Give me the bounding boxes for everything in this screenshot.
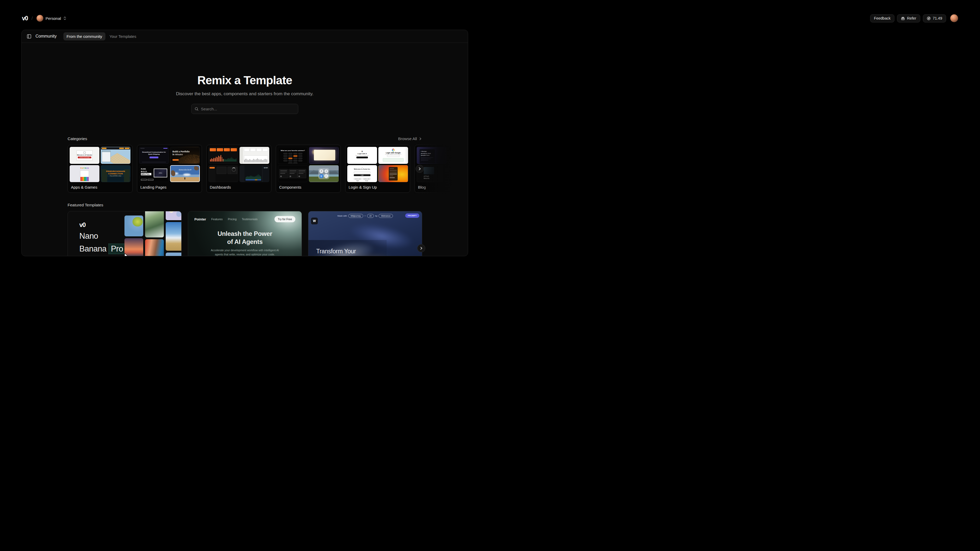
category-card-login-signup[interactable]: X Login with X Sign in to your v0 applic… [345,145,410,193]
hero-subtitle: Discover the best apps, components and s… [22,91,468,97]
chevron-right-icon [420,247,423,250]
categories-carousel: Welcome to v0 Calendar Continue with Goo… [22,145,468,193]
midjourney-pill: Midjourney [348,214,363,218]
pointer-heading: Unleash the Powerof AI Agents [188,229,302,246]
category-card-landing-pages[interactable]: Streamlined Communication for Quick Ship… [137,145,202,193]
thumb-login-x: X Login with X Sign in to your v0 applic… [347,147,377,164]
pointer-try-free-button: Try for Free [274,216,295,222]
thumb-glow-card [309,147,339,164]
featured-card-webrance[interactable]: Made with Midjourney + v0 by Webrance W … [308,211,422,256]
thumb-calendar-app: Welcome to v0 Calendar Continue with Goo… [70,147,99,164]
thumb-synecdoche-landing: Synecdoche® [170,165,200,182]
pro-highlight: Pro [108,244,126,254]
community-tabs: From the community Your Templates [64,32,139,40]
thumb-brutalist-landing: RAW. BOLD. BRUTAL. [IMG] [139,165,169,182]
chevron-updown-icon [64,16,66,20]
sidebar-toggle-icon[interactable] [27,34,31,38]
photo-pills [166,211,181,220]
photo-sky-mountain [166,222,181,251]
hero-section: Remix a Template Discover the best apps,… [22,43,468,114]
photo-people [145,239,164,256]
thumb-blog-portfolio: I design products that people love [417,147,446,164]
category-card-apps-games[interactable]: Welcome to v0 Calendar Continue with Goo… [68,145,132,193]
pointer-nav-testimonials: Testimonials [242,218,258,221]
breadcrumb-separator: / [32,16,33,21]
webrance-pill: Webrance [379,214,393,218]
v0-logo[interactable]: v0 [22,15,28,22]
community-bar: Community From the community Your Templa… [22,30,468,43]
thumb-dashboard-panels [208,165,238,182]
pointer-subtitle: Accelerate your development workflow wit… [188,248,302,256]
photo-golden-field [166,253,181,256]
category-label: Apps & Games [71,185,129,190]
thumb-testimonials [278,165,308,182]
browse-all-link[interactable]: Browse All [398,137,422,141]
category-label: Components [279,185,337,190]
thumb-pixel-sim-game [101,147,130,164]
search-box[interactable] [191,104,298,114]
workspace-name: Personal [46,16,61,21]
category-card-dashboards[interactable]: 12:04 Dashboards [206,145,271,193]
cursor-arrow-icon [124,253,129,256]
thumb-tetris-game: TETRIS [70,165,99,182]
community-panel: Community From the community Your Templa… [21,30,468,256]
thumb-dashboard-orange [208,147,238,164]
categories-next-button[interactable] [416,165,424,173]
categories-label: Categories [68,137,87,141]
pointer-brand: Pointer [194,217,206,221]
v0-pill: v0 [367,214,374,218]
featured-header: Featured Templates [68,203,422,207]
category-card-components[interactable]: What are your favorite cuisines? [276,145,341,193]
browse-all-label: Browse All [398,137,417,141]
thumb-blog-dark2 [448,165,468,182]
pointer-nav-features: Features [212,218,223,221]
featured-card-nano-banana-pro[interactable]: v0 Nano BananaPro P L A Y G R O U N D [68,211,181,256]
page-title: Community [35,34,57,38]
webrance-made-with: Made with Midjourney + v0 by Webrance [309,214,422,218]
hero-title: Remix a Template [22,73,468,87]
airplane-icon: ✈ [319,169,323,174]
photo-grid [124,211,181,256]
chevron-right-icon [418,167,422,170]
chevron-right-icon [419,137,422,140]
photo-leaves [124,215,143,236]
workspace-avatar [37,15,43,22]
thumb-login-google: Login with Google Use your Google accoun… [378,147,408,164]
thumb-dashboard-light [240,147,269,164]
search-input[interactable] [201,107,295,111]
categories-header: Categories Browse All [68,137,422,141]
featured-card-pointer[interactable]: Pointer Features Pricing Testimonials Tr… [188,211,302,256]
search-icon [195,107,199,111]
category-label: Dashboards [210,185,268,190]
bluetooth-icon: ᛒ [324,169,328,174]
thumb-control-center: ✈ ᛒ ☾ [309,165,339,182]
tab-from-the-community[interactable]: From the community [64,32,105,40]
wifi-icon [319,174,323,178]
category-label: Login & Sign Up [348,185,407,190]
thumb-friedrichshain-game: FRIEDRICHSHAIN CONNECTION Press ENTER to… [101,165,130,182]
prompt-button: PROMPT [405,213,419,218]
thumb-blog-dark [448,147,468,164]
thumb-dashboard-green: 12:04 [240,165,269,182]
webrance-hero-copy: Transform YourVision Into Reality Use GS… [309,240,387,256]
app-header: v0 / Personal Feedback [22,13,490,24]
thumb-login-acme: ○ Welcome to Acme Inc. Login Continue wi… [347,165,377,182]
thumb-portfolio-landing: Build a Portfolio in Minutes [170,147,200,164]
featured-carousel: v0 Nano BananaPro P L A Y G R O U N D [22,211,468,256]
tab-your-templates[interactable]: Your Templates [107,32,140,40]
photo-forest [145,211,164,237]
workspace-switcher[interactable]: Personal [37,15,66,22]
thumb-saas-landing: Streamlined Communication for Quick Ship… [139,147,169,164]
pointer-nav-pricing: Pricing [228,218,237,221]
featured-label: Featured Templates [68,203,103,207]
featured-next-button[interactable] [417,244,425,252]
thumb-cuisine-chips: What are your favorite cuisines? [278,147,308,164]
category-label: Blog [418,185,468,190]
webrance-logo: W [311,218,318,225]
thumb-signup-gradient [378,165,408,182]
category-label: Landing Pages [140,185,199,190]
moon-icon: ☾ [324,174,328,178]
